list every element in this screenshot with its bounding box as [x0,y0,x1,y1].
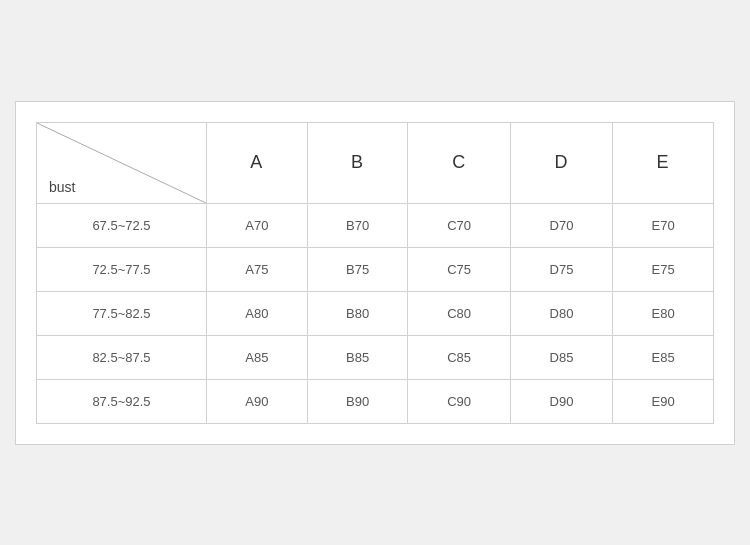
value-cell: B85 [307,335,408,379]
col-header-c: C [408,122,510,203]
table-wrapper: bust A B C D E 67.5~72.5A70B70C70D70E707… [15,101,735,445]
value-cell: E90 [613,379,714,423]
value-cell: B90 [307,379,408,423]
value-cell: B70 [307,203,408,247]
value-cell: E70 [613,203,714,247]
value-cell: D80 [510,291,612,335]
value-cell: D75 [510,247,612,291]
table-row: 67.5~72.5A70B70C70D70E70 [37,203,714,247]
value-cell: C80 [408,291,510,335]
value-cell: A70 [207,203,308,247]
value-cell: C75 [408,247,510,291]
value-cell: D85 [510,335,612,379]
col-header-a: A [207,122,308,203]
value-cell: C90 [408,379,510,423]
value-cell: A75 [207,247,308,291]
value-cell: B75 [307,247,408,291]
bust-label: bust [49,179,75,195]
size-table: bust A B C D E 67.5~72.5A70B70C70D70E707… [36,122,714,424]
value-cell: B80 [307,291,408,335]
value-cell: E85 [613,335,714,379]
range-cell: 82.5~87.5 [37,335,207,379]
range-cell: 72.5~77.5 [37,247,207,291]
range-cell: 77.5~82.5 [37,291,207,335]
value-cell: C85 [408,335,510,379]
col-header-e: E [613,122,714,203]
value-cell: A90 [207,379,308,423]
value-cell: A80 [207,291,308,335]
table-row: 77.5~82.5A80B80C80D80E80 [37,291,714,335]
bust-header-cell: bust [37,122,207,203]
value-cell: E75 [613,247,714,291]
col-header-d: D [510,122,612,203]
value-cell: D70 [510,203,612,247]
value-cell: C70 [408,203,510,247]
table-row: 82.5~87.5A85B85C85D85E85 [37,335,714,379]
range-cell: 87.5~92.5 [37,379,207,423]
table-row: 72.5~77.5A75B75C75D75E75 [37,247,714,291]
value-cell: A85 [207,335,308,379]
value-cell: E80 [613,291,714,335]
range-cell: 67.5~72.5 [37,203,207,247]
col-header-b: B [307,122,408,203]
table-row: 87.5~92.5A90B90C90D90E90 [37,379,714,423]
value-cell: D90 [510,379,612,423]
